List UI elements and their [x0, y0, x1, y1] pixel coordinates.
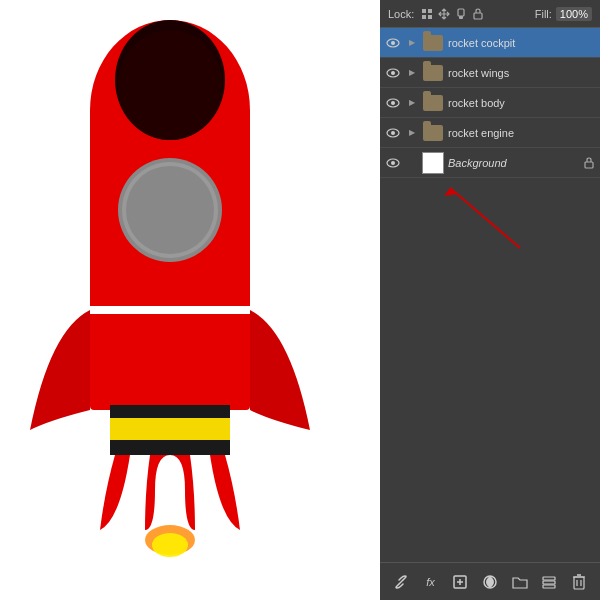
expand-rocket-cockpit[interactable]: ▶ [406, 37, 418, 49]
svg-rect-14 [422, 9, 426, 13]
expand-rocket-wings[interactable]: ▶ [406, 67, 418, 79]
canvas-area [0, 0, 380, 600]
svg-point-22 [391, 41, 395, 45]
svg-point-24 [391, 71, 395, 75]
svg-rect-41 [543, 585, 555, 588]
visibility-eye-rocket-engine[interactable] [384, 124, 402, 142]
fill-section: Fill: 100% [535, 7, 592, 21]
layers-list: ▶ rocket cockpit ▶ rocket wings [380, 28, 600, 562]
lock-icons [420, 7, 485, 21]
delete-button[interactable] [568, 571, 590, 593]
thumb-background [422, 152, 444, 174]
svg-rect-40 [543, 581, 555, 584]
layers-button[interactable] [538, 571, 560, 593]
lock-icon-brush[interactable] [454, 7, 468, 21]
layer-name-rocket-cockpit: rocket cockpit [448, 37, 596, 49]
rocket-illustration [10, 10, 370, 590]
app-container: Lock: Fill: [0, 0, 600, 600]
layer-name-rocket-wings: rocket wings [448, 67, 596, 79]
layers-topbar: Lock: Fill: [380, 0, 600, 28]
layer-name-rocket-body: rocket body [448, 97, 596, 109]
svg-point-13 [152, 533, 188, 557]
lock-icon-lock[interactable] [471, 7, 485, 21]
adjustment-button[interactable] [479, 571, 501, 593]
svg-rect-18 [458, 9, 464, 16]
svg-point-28 [391, 131, 395, 135]
svg-line-32 [450, 188, 520, 248]
layer-item-rocket-engine[interactable]: ▶ rocket engine [380, 118, 600, 148]
fx-button[interactable]: fx [420, 571, 442, 593]
new-layer-button[interactable] [449, 571, 471, 593]
expand-rocket-engine[interactable]: ▶ [406, 127, 418, 139]
svg-rect-17 [428, 15, 432, 19]
arrow-annotation [440, 178, 570, 258]
svg-rect-6 [86, 306, 254, 314]
thumb-rocket-body [422, 92, 444, 114]
visibility-eye-rocket-cockpit[interactable] [384, 34, 402, 52]
folder-button[interactable] [509, 571, 531, 593]
layer-item-background[interactable]: Background [380, 148, 600, 178]
svg-rect-11 [110, 418, 230, 440]
svg-rect-31 [585, 162, 593, 168]
visibility-eye-rocket-body[interactable] [384, 94, 402, 112]
svg-point-9 [126, 166, 214, 254]
lock-icon-background [582, 156, 596, 170]
visibility-eye-background[interactable] [384, 154, 402, 172]
layer-item-rocket-body[interactable]: ▶ rocket body [380, 88, 600, 118]
expand-rocket-body[interactable]: ▶ [406, 97, 418, 109]
layer-name-background: Background [448, 157, 578, 169]
arrow-annotation-area [380, 178, 600, 258]
link-button[interactable] [390, 571, 412, 593]
fill-label: Fill: [535, 8, 552, 20]
thumb-rocket-engine [422, 122, 444, 144]
svg-rect-20 [474, 13, 482, 19]
expand-background [406, 157, 418, 169]
layer-name-rocket-engine: rocket engine [448, 127, 596, 139]
svg-point-5 [118, 30, 222, 140]
layers-bottom-toolbar: fx [380, 562, 600, 600]
lock-icon-grid[interactable] [420, 7, 434, 21]
svg-line-34 [399, 580, 403, 584]
fill-value[interactable]: 100% [556, 7, 592, 21]
lock-icon-move[interactable] [437, 7, 451, 21]
svg-rect-15 [428, 9, 432, 13]
thumb-rocket-cockpit [422, 32, 444, 54]
lock-section: Lock: [388, 7, 485, 21]
visibility-eye-rocket-wings[interactable] [384, 64, 402, 82]
layers-panel: Lock: Fill: [380, 0, 600, 600]
svg-point-26 [391, 101, 395, 105]
layer-item-rocket-wings[interactable]: ▶ rocket wings [380, 58, 600, 88]
lock-label: Lock: [388, 8, 414, 20]
layer-item-rocket-cockpit[interactable]: ▶ rocket cockpit [380, 28, 600, 58]
svg-rect-19 [459, 16, 463, 19]
svg-rect-39 [543, 577, 555, 580]
svg-rect-16 [422, 15, 426, 19]
svg-rect-42 [574, 577, 584, 589]
svg-point-30 [391, 161, 395, 165]
thumb-rocket-wings [422, 62, 444, 84]
